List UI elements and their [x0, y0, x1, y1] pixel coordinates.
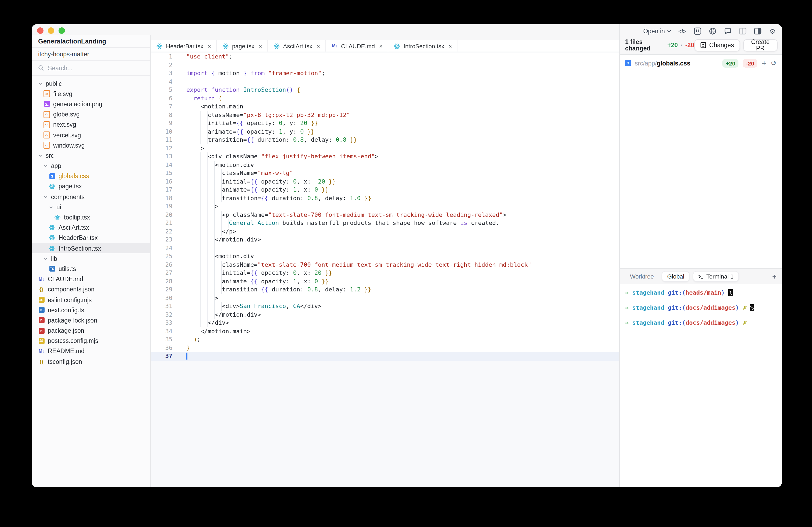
code-line-28[interactable]: 28 animate={{ opacity: 1, x: 0 }} — [151, 277, 619, 286]
code-line-20[interactable]: 20 <p className="text-slate-700 font-med… — [151, 211, 619, 219]
code-line-9[interactable]: 9 initial={{ opacity: 0, y: 20 }} — [151, 119, 619, 127]
code-line-25[interactable]: 25 <motion.div — [151, 252, 619, 260]
tree-folder-lib[interactable]: lib — [32, 253, 150, 264]
tree-file-components-json[interactable]: {}components.json — [32, 284, 150, 295]
code-editor[interactable]: 1"use client";23import { motion } from "… — [151, 51, 619, 487]
code-line-14[interactable]: 14 <motion.div — [151, 161, 619, 169]
minimize-window-button[interactable] — [48, 27, 54, 34]
code-line-6[interactable]: 6 return ( — [151, 94, 619, 103]
tree-file-eslint-config-mjs[interactable]: JSeslint.config.mjs — [32, 295, 150, 305]
code-line-36[interactable]: 36} — [151, 344, 619, 352]
close-tab-icon[interactable]: × — [449, 43, 452, 49]
code-line-33[interactable]: 33 </div> — [151, 319, 619, 327]
tree-file-generalaction-png[interactable]: generalaction.png — [32, 99, 150, 109]
code-line-18[interactable]: 18 transition={{ duration: 0.8, delay: 1… — [151, 194, 619, 202]
tree-file-next-svg[interactable]: <>next.svg — [32, 120, 150, 130]
tree-folder-src[interactable]: src — [32, 151, 150, 161]
code-line-30[interactable]: 30 > — [151, 294, 619, 302]
search-input[interactable]: Search... — [32, 61, 150, 76]
code-line-3[interactable]: 3import { motion } from "framer-motion"; — [151, 69, 619, 77]
discard-undo-icon[interactable]: ↺ — [771, 60, 777, 66]
create-pr-button[interactable]: Create PR — [743, 39, 778, 51]
code-line-31[interactable]: 31 <div>San Francisco, CA</div> — [151, 302, 619, 311]
tab-introsection-tsx[interactable]: IntroSection.tsx× — [389, 40, 458, 51]
code-line-23[interactable]: 23 </motion.div> — [151, 236, 619, 244]
terminal-output[interactable]: → stagehand git:(heads/main) %→ stagehan… — [620, 284, 782, 334]
code-line-24[interactable]: 24 — [151, 244, 619, 252]
tab-claude-md[interactable]: M↓CLAUDE.md× — [326, 40, 389, 51]
stage-plus-icon[interactable]: + — [762, 59, 767, 67]
split-left-icon[interactable] — [738, 27, 746, 35]
tree-file-utils-ts[interactable]: TSutils.ts — [32, 264, 150, 274]
code-line-12[interactable]: 12 > — [151, 144, 619, 152]
close-tab-icon[interactable]: × — [259, 43, 262, 49]
code-line-29[interactable]: 29 transition={{ duration: 0.8, delay: 1… — [151, 286, 619, 294]
code-line-10[interactable]: 10 animate={{ opacity: 1, y: 0 }} — [151, 127, 619, 136]
code-line-19[interactable]: 19 > — [151, 202, 619, 211]
tree-file-headerbar-tsx[interactable]: HeaderBar.tsx — [32, 233, 150, 243]
tree-folder-components[interactable]: components — [32, 192, 150, 202]
close-window-button[interactable] — [37, 27, 44, 34]
gear-icon[interactable]: ⚙ — [768, 27, 777, 35]
tree-file-tooltip-tsx[interactable]: tooltip.tsx — [32, 212, 150, 223]
tree-file-readme-md[interactable]: M↓README.md — [32, 346, 150, 356]
code-line-21[interactable]: 21 General Action builds masterful produ… — [151, 219, 619, 227]
tree-file-asciiart-tsx[interactable]: AsciiArt.tsx — [32, 223, 150, 232]
close-tab-icon[interactable]: × — [379, 43, 383, 49]
tree-file-introsection-tsx[interactable]: IntroSection.tsx — [32, 243, 150, 253]
tree-file-claude-md[interactable]: M↓CLAUDE.md — [32, 274, 150, 284]
split-right-icon[interactable] — [753, 27, 762, 35]
code-line-15[interactable]: 15 className="max-w-lg" — [151, 169, 619, 177]
tree-file-tsconfig-json[interactable]: {}tsconfig.json — [32, 356, 150, 366]
tree-file-page-tsx[interactable]: page.tsx — [32, 181, 150, 192]
code-line-27[interactable]: 27 initial={{ opacity: 0, x: 20 }} — [151, 269, 619, 277]
project-title-row[interactable]: GeneralactionLanding — [32, 35, 150, 48]
code-line-26[interactable]: 26 className="text-slate-700 font-medium… — [151, 260, 619, 269]
code-line-34[interactable]: 34 </motion.main> — [151, 327, 619, 335]
close-tab-icon[interactable]: × — [207, 43, 211, 49]
code-line-13[interactable]: 13 <div className="flex justify-between … — [151, 152, 619, 161]
code-line-1[interactable]: 1"use client"; — [151, 52, 619, 61]
tree-file-next-config-ts[interactable]: TSnext.config.ts — [32, 305, 150, 315]
tab-asciiart-tsx[interactable]: AsciiArt.tsx× — [268, 40, 326, 51]
code-line-4[interactable]: 4 — [151, 77, 619, 86]
code-line-5[interactable]: 5export function IntroSection() { — [151, 86, 619, 94]
close-tab-icon[interactable]: × — [317, 43, 320, 49]
code-line-16[interactable]: 16 initial={{ opacity: 0, x: -20 }} — [151, 177, 619, 186]
tree-file-package-lock-json[interactable]: npackage-lock.json — [32, 315, 150, 326]
chat-icon[interactable] — [723, 27, 731, 35]
tab-headerbar-tsx[interactable]: HeaderBar.tsx× — [151, 40, 217, 51]
code-line-37[interactable]: 37 — [151, 352, 619, 360]
terminal-tab-worktree[interactable]: Worktree — [625, 272, 659, 281]
tree-file-globals-css[interactable]: 3globals.css — [32, 171, 150, 181]
branch-row[interactable]: itchy-hoops-matter — [32, 48, 150, 61]
code-line-11[interactable]: 11 transition={{ duration: 0.8, delay: 0… — [151, 136, 619, 144]
tree-file-postcss-config-mjs[interactable]: JSpostcss.config.mjs — [32, 336, 150, 346]
changed-file-row[interactable]: 3 src/app/globals.css +20 -20 + ↺ — [620, 55, 782, 71]
code-icon[interactable]: </> — [678, 27, 686, 35]
code-line-22[interactable]: 22 </p> — [151, 227, 619, 236]
tree-file-window-svg[interactable]: <>window.svg — [32, 140, 150, 150]
code-line-35[interactable]: 35 ); — [151, 335, 619, 344]
terminal-tab-global[interactable]: Global — [662, 271, 690, 282]
tree-folder-ui[interactable]: ui — [32, 202, 150, 212]
kanban-icon[interactable] — [693, 27, 701, 35]
tree-file-package-json[interactable]: npackage.json — [32, 326, 150, 336]
open-in-dropdown[interactable]: Open in — [643, 28, 671, 34]
changes-button[interactable]: Changes — [694, 39, 740, 51]
tree-file-vercel-svg[interactable]: <>vercel.svg — [32, 130, 150, 140]
zoom-window-button[interactable] — [59, 27, 65, 34]
code-line-8[interactable]: 8 className="px-8 lg:px-12 pb-32 md:pb-1… — [151, 111, 619, 119]
globe-icon[interactable] — [708, 27, 716, 35]
tab-page-tsx[interactable]: page.tsx× — [217, 40, 268, 51]
code-line-7[interactable]: 7 <motion.main — [151, 103, 619, 111]
code-line-32[interactable]: 32 </motion.div> — [151, 311, 619, 319]
tree-file-file-svg[interactable]: <>file.svg — [32, 89, 150, 99]
code-line-17[interactable]: 17 animate={{ opacity: 1, x: 0 }} — [151, 186, 619, 194]
tree-file-globe-svg[interactable]: <>globe.svg — [32, 109, 150, 119]
code-line-2[interactable]: 2 — [151, 61, 619, 69]
tree-folder-public[interactable]: public — [32, 78, 150, 89]
add-terminal-button[interactable]: + — [772, 272, 777, 281]
terminal-tab-terminal-1[interactable]: Terminal 1 — [693, 271, 739, 282]
tree-folder-app[interactable]: app — [32, 161, 150, 171]
